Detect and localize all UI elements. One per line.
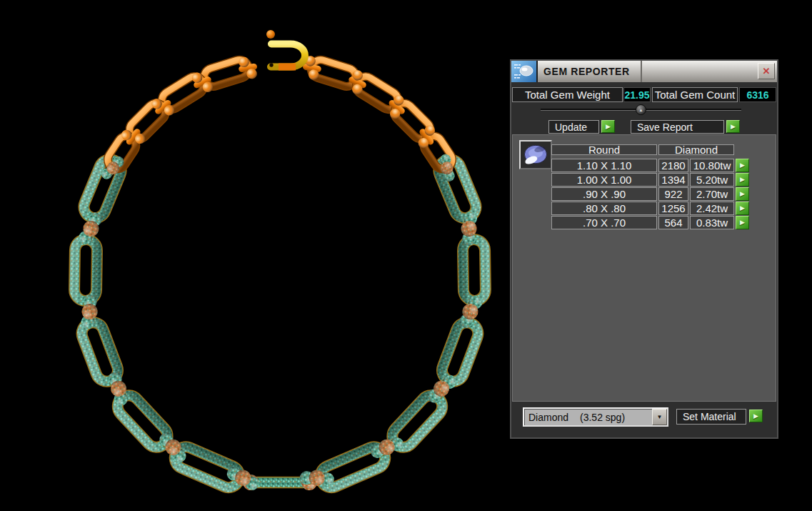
gem-weight-cell: 2.70tw (690, 187, 734, 201)
gem-count-cell: 2180 (658, 159, 688, 172)
total-gem-weight-label: Total Gem Weight (512, 87, 623, 102)
titlebar-drag-area[interactable]: ✕ (642, 61, 777, 82)
row-run-button[interactable]: ▶ (736, 173, 749, 187)
gem-reporter-icon (511, 61, 538, 82)
gem-size-cell: 1.00 X 1.00 (551, 173, 657, 187)
update-run-button[interactable]: ▶ (601, 120, 615, 133)
gem-size-cell: .90 X .90 (551, 187, 657, 201)
gem-reporter-window: GEM REPORTER ✕ Total Gem Weight 21.95 To… (510, 59, 778, 439)
material-dropdown[interactable]: Diamond (3.52 spg) ▼ (523, 407, 668, 427)
clasp (266, 30, 305, 67)
clasp-top-ball (266, 30, 275, 39)
clasp-pin-hole (269, 63, 273, 66)
row-run-button[interactable]: ▶ (736, 187, 749, 201)
save-report-run-button[interactable]: ▶ (726, 120, 740, 133)
chain-links (74, 55, 486, 492)
gem-size-cell: .80 X .80 (551, 202, 657, 215)
app-canvas: GEM REPORTER ✕ Total Gem Weight 21.95 To… (0, 0, 812, 511)
total-gem-count-label: Total Gem Count (652, 87, 738, 102)
row-run-button[interactable]: ▶ (736, 202, 749, 215)
necklace-render (0, 0, 514, 511)
gem-weight-cell: 5.20tw (690, 173, 734, 187)
gem-table: Round Diamond 1.10 X 1.10218010.80tw▶1.0… (551, 144, 749, 230)
gem-count-cell: 922 (658, 187, 688, 201)
material-dropdown-value: Diamond (528, 412, 568, 423)
set-material-run-button[interactable]: ▶ (749, 410, 763, 422)
shape-header-cell: Round (551, 144, 657, 155)
table-row: .80 X .8012562.42tw▶ (551, 202, 749, 215)
gem-size-cell: 1.10 X 1.10 (551, 159, 657, 172)
total-gem-weight-value: 21.95 (623, 87, 651, 102)
dropdown-arrow-icon[interactable]: ▼ (652, 409, 667, 425)
gem-count-cell: 564 (658, 216, 688, 229)
table-row: 1.10 X 1.10218010.80tw▶ (551, 159, 749, 172)
update-button[interactable]: Update (548, 120, 599, 134)
round-gem-icon[interactable] (519, 140, 552, 169)
total-gem-count-value: 6316 (739, 87, 776, 102)
gem-count-cell: 1394 (658, 173, 688, 187)
gem-report-group: Round Diamond 1.10 X 1.10218010.80tw▶1.0… (512, 134, 776, 402)
save-report-button[interactable]: Save Report (631, 120, 724, 134)
row-run-button[interactable]: ▶ (736, 159, 749, 172)
window-title: GEM REPORTER (538, 61, 642, 82)
titlebar[interactable]: GEM REPORTER ✕ (511, 61, 777, 82)
gem-weight-cell: 10.80tw (690, 159, 734, 172)
table-row: 1.00 X 1.0013945.20tw▶ (551, 173, 749, 187)
close-icon[interactable]: ✕ (758, 63, 775, 79)
table-row: .90 X .909222.70tw▶ (551, 187, 749, 201)
material-header-cell: Diamond (658, 144, 734, 155)
gem-weight-cell: 0.83tw (690, 216, 734, 229)
gem-table-rows: 1.10 X 1.10218010.80tw▶1.00 X 1.0013945.… (551, 159, 749, 229)
gem-table-header: Round Diamond (551, 144, 749, 155)
gem-weight-cell: 2.42tw (690, 202, 734, 215)
material-dropdown-density: (3.52 spg) (580, 412, 625, 423)
detail-slider-handle[interactable]: ▲ (636, 104, 646, 115)
set-material-button[interactable]: Set Material (676, 409, 746, 425)
table-row: .70 X .705640.83tw▶ (551, 216, 749, 229)
gem-count-cell: 1256 (658, 202, 688, 215)
gem-size-cell: .70 X .70 (551, 216, 657, 229)
row-run-button[interactable]: ▶ (736, 216, 749, 229)
